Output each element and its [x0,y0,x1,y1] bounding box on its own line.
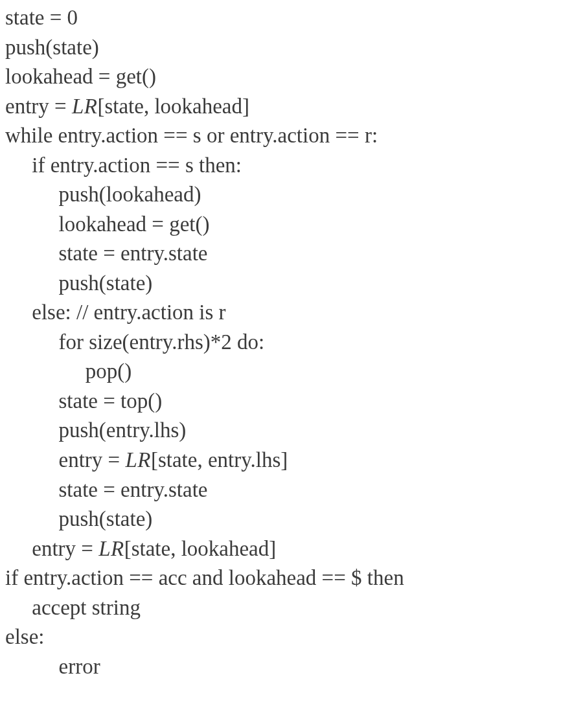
italic-token: LR [98,537,124,560]
code-line: lookahead = get() [5,62,567,92]
code-text: push(state) [59,271,153,295]
code-text: [state, entry.lhs] [151,448,288,472]
code-line: if entry.action == acc and lookahead == … [5,563,567,593]
code-line: push(state) [5,33,567,63]
indent [5,507,59,530]
indent [5,154,32,177]
code-text: accept string [32,596,141,619]
code-line: entry = LR[state, lookahead] [5,92,567,122]
code-line: pop() [5,357,567,387]
code-text: if entry.action == acc and lookahead == … [5,566,404,589]
code-line: entry = LR[state, entry.lhs] [5,446,567,475]
indent [5,183,59,206]
code-text: entry = [59,448,126,472]
code-text: for size(entry.rhs)*2 do: [59,330,265,354]
code-text: push(lookahead) [59,183,201,206]
code-line: state = entry.state [5,239,567,269]
indent [5,330,59,354]
indent [5,448,59,472]
code-line: else: [5,622,567,652]
code-text: entry = [5,95,72,118]
code-line: accept string [5,593,567,623]
code-text: [state, lookahead] [124,537,277,560]
code-line: if entry.action == s then: [5,151,567,181]
indent [5,242,59,265]
indent [5,478,59,501]
indent [5,271,59,295]
code-line: state = 0 [5,3,567,33]
indent [5,596,32,619]
code-text: push(entry.lhs) [59,418,187,442]
code-line: push(entry.lhs) [5,416,567,446]
code-text: state = top() [59,389,163,413]
indent [5,655,59,678]
code-text: entry = [32,537,98,560]
code-text: push(state) [5,36,99,59]
code-text: else: [5,625,44,648]
code-text: while entry.action == s or entry.action … [5,124,378,147]
indent [5,359,86,383]
code-text: state = 0 [5,6,78,29]
code-text: [state, lookahead] [97,95,249,118]
code-text: pop() [86,359,132,383]
code-line: lookahead = get() [5,210,567,240]
code-text: state = entry.state [59,242,208,265]
code-text: if entry.action == s then: [32,154,242,177]
code-text: lookahead = get() [5,65,156,88]
indent [5,301,32,324]
indent [5,537,32,560]
indent [5,389,59,413]
italic-token: LR [72,95,98,118]
code-line: push(state) [5,505,567,534]
indent [5,418,59,442]
indent [5,212,59,236]
code-line: state = entry.state [5,475,567,505]
code-text: push(state) [59,507,153,530]
code-text: else: // entry.action is r [32,301,225,324]
code-line: push(state) [5,269,567,299]
code-line: else: // entry.action is r [5,298,567,328]
code-line: for size(entry.rhs)*2 do: [5,328,567,358]
code-line: error [5,652,567,682]
code-text: lookahead = get() [59,212,210,236]
code-line: while entry.action == s or entry.action … [5,121,567,151]
italic-token: LR [125,448,151,472]
code-line: state = top() [5,387,567,416]
code-text: error [59,655,100,678]
code-line: push(lookahead) [5,180,567,210]
code-text: state = entry.state [59,478,208,501]
pseudocode-block: state = 0push(state)lookahead = get()ent… [5,3,567,681]
code-line: entry = LR[state, lookahead] [5,534,567,564]
